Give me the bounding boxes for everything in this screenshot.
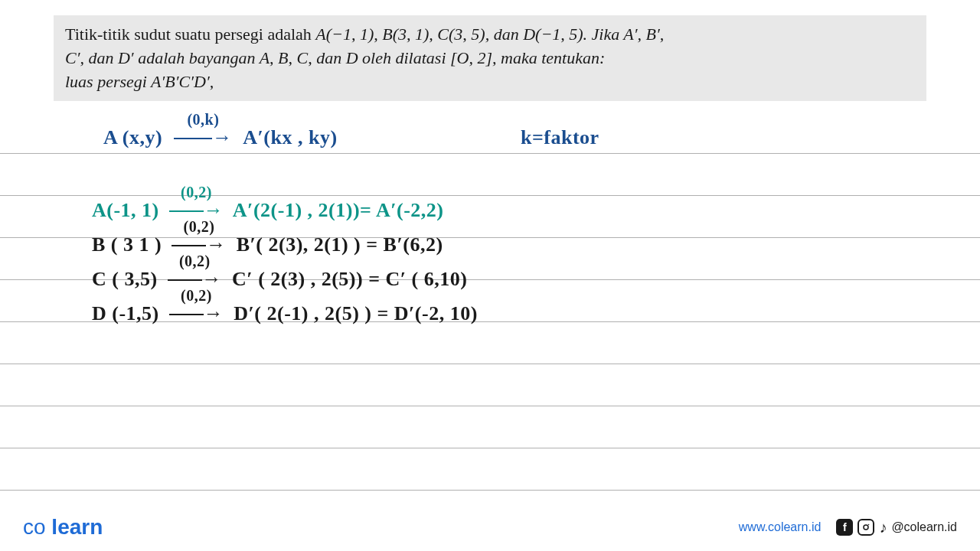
factor-note: k=faktor [521,126,599,149]
social-links: f ♪ @colearn.id [836,519,957,536]
rule-line [0,406,980,406]
rule-line [0,195,980,196]
website-url: www.colearn.id [739,520,822,534]
rule-line [0,448,980,448]
notebook-area: A (x,y) (0,k) → A′(kx , ky) k=faktor A(-… [0,107,980,505]
dilation-rule: A (x,y) (0,k) → A′(kx , ky) [103,126,338,149]
problem-line-3: luas persegi A′B′C′D′, [65,70,915,94]
point-b-transform: B ( 3 1 ) (0,2) → B′( 2(3), 2(1) ) = B′(… [92,233,443,256]
problem-line-2: C′, dan D′ adalah bayangan A, B, C, dan … [65,47,915,70]
rule-line [0,490,980,491]
rule-line [0,364,980,364]
brand-logo: co learn [23,515,103,540]
point-c-transform: C ( 3,5) (0,2) → C′ ( 2(3) , 2(5)) = C′ … [92,268,467,291]
footer: co learn www.colearn.id f ♪ @colearn.id [0,515,980,540]
svg-point-0 [864,525,868,530]
instagram-icon [858,519,874,536]
svg-point-1 [868,524,870,526]
problem-statement: Titik-titik sudut suatu persegi adalah A… [54,15,926,101]
problem-line-1: Titik-titik sudut suatu persegi adalah A… [65,23,915,47]
facebook-icon: f [836,519,853,536]
tiktok-icon: ♪ [879,519,887,536]
point-a-transform: A(-1, 1) (0,2) → A′(2(-1) , 2(1))= A′(-2… [92,199,443,222]
footer-right: www.colearn.id f ♪ @colearn.id [739,519,957,536]
social-handle: @colearn.id [891,520,957,534]
rule-line [0,153,980,154]
point-d-transform: D (-1,5) (0,2) → D′( 2(-1) , 2(5) ) = D′… [92,302,478,325]
